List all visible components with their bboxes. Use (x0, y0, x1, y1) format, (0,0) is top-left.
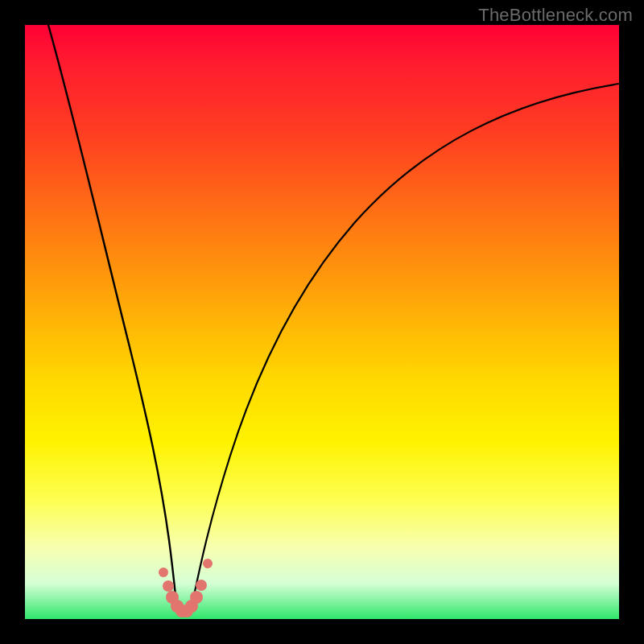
curve-left (48, 25, 176, 603)
valley-markers (159, 559, 213, 617)
svg-point-8 (196, 580, 207, 591)
curve-right (192, 84, 619, 603)
svg-point-9 (203, 559, 213, 568)
svg-point-0 (159, 568, 168, 577)
svg-point-1 (163, 580, 174, 592)
svg-point-7 (190, 591, 203, 604)
chart-svg (25, 25, 619, 619)
chart-frame: TheBottleneck.com (0, 0, 644, 644)
chart-plot-area (25, 25, 619, 619)
watermark-text: TheBottleneck.com (478, 5, 633, 26)
